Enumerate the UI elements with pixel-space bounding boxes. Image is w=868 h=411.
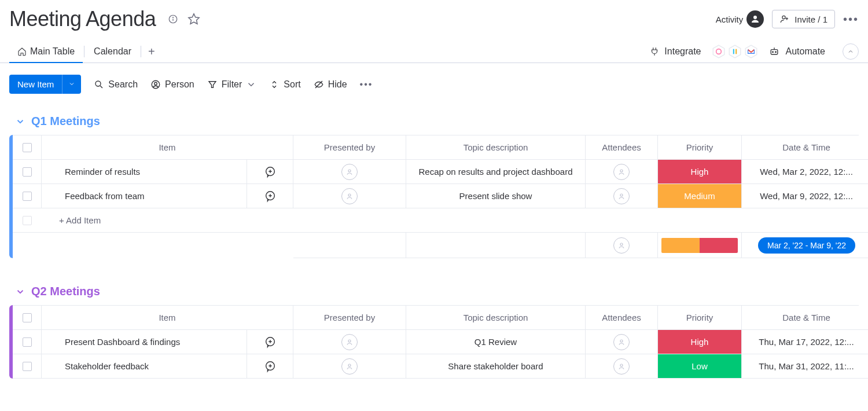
presented-by-cell[interactable]: [293, 354, 406, 379]
person-placeholder-icon: [613, 164, 630, 180]
integrate-label: Integrate: [664, 46, 701, 57]
topic-cell[interactable]: Share stakeholder board: [406, 354, 586, 379]
datetime-cell[interactable]: Wed, Mar 2, 2022, 12:...: [742, 160, 868, 184]
column-header-datetime[interactable]: Date & Time: [742, 306, 868, 330]
hide-icon: [314, 79, 324, 90]
svg-point-9: [716, 49, 721, 54]
more-tools-button[interactable]: •••: [360, 79, 373, 90]
attendees-cell[interactable]: [586, 330, 658, 354]
person-tool[interactable]: Person: [150, 79, 194, 90]
conversation-icon[interactable]: [263, 164, 278, 179]
search-tool[interactable]: Search: [94, 79, 138, 90]
svg-point-33: [620, 194, 623, 196]
column-header-presented-by[interactable]: Presented by: [293, 306, 406, 330]
column-header-item[interactable]: Item: [42, 135, 293, 160]
summary-date-range[interactable]: Mar 2, '22 - Mar 9, '22: [742, 233, 868, 258]
collapse-panel-button[interactable]: [843, 43, 859, 60]
new-item-dropdown[interactable]: [62, 75, 81, 94]
summary-presented-by: [293, 233, 406, 258]
tab-main-table[interactable]: Main Table: [9, 41, 83, 63]
checkbox-all[interactable]: [23, 143, 32, 152]
person-placeholder-icon: [613, 237, 630, 254]
priority-cell[interactable]: High: [658, 160, 742, 184]
column-header-topic[interactable]: Topic description: [406, 135, 586, 160]
automate-button[interactable]: Automate: [768, 46, 825, 57]
svg-point-16: [775, 52, 776, 53]
attendees-cell[interactable]: [586, 354, 658, 379]
presented-by-cell[interactable]: [293, 160, 406, 184]
checkbox-all[interactable]: [23, 313, 32, 322]
datetime-cell[interactable]: Wed, Mar 9, 2022, 12:...: [742, 184, 868, 208]
sort-tool[interactable]: Sort: [269, 79, 300, 90]
priority-cell[interactable]: Low: [658, 354, 742, 379]
svg-point-38: [348, 340, 351, 342]
item-name-cell[interactable]: Reminder of results: [42, 160, 247, 184]
person-label: Person: [165, 79, 194, 90]
item-name-cell[interactable]: Stakeholder feedback: [42, 354, 247, 379]
date-range-pill: Mar 2, '22 - Mar 9, '22: [758, 237, 855, 254]
checkbox-row[interactable]: [23, 192, 32, 201]
checkbox-add-row[interactable]: [23, 216, 32, 225]
attendees-cell[interactable]: [586, 184, 658, 208]
integrate-button[interactable]: Integrate: [649, 46, 701, 57]
presented-by-cell[interactable]: [293, 184, 406, 208]
hide-tool[interactable]: Hide: [314, 79, 347, 90]
presented-by-cell[interactable]: [293, 330, 406, 354]
svg-rect-14: [771, 50, 778, 54]
topic-cell[interactable]: Recap on results and project dashboard: [406, 160, 586, 184]
person-placeholder-icon: [341, 188, 358, 204]
column-header-datetime[interactable]: Date & Time: [742, 135, 868, 160]
item-name-cell[interactable]: Feedback from team: [42, 184, 247, 208]
tab-calendar[interactable]: Calendar: [86, 41, 139, 63]
svg-point-4: [753, 16, 757, 19]
star-icon[interactable]: [187, 12, 201, 26]
group-header-q2[interactable]: Q2 Meetings: [9, 274, 859, 305]
invite-button[interactable]: Invite / 1: [772, 10, 835, 28]
chevron-down-icon: [15, 116, 25, 127]
chevron-down-icon: [15, 287, 25, 297]
integration-icons: [711, 43, 759, 60]
info-icon[interactable]: [166, 12, 180, 26]
integration-icon-1: [711, 43, 727, 60]
search-label: Search: [108, 79, 138, 90]
activity-button[interactable]: Activity: [716, 10, 764, 28]
add-item-button[interactable]: + Add Item: [42, 208, 868, 233]
column-header-priority[interactable]: Priority: [658, 306, 742, 330]
svg-point-27: [348, 170, 351, 172]
column-header-attendees[interactable]: Attendees: [586, 135, 658, 160]
svg-point-18: [95, 81, 101, 86]
checkbox-row[interactable]: [23, 167, 32, 177]
conversation-icon[interactable]: [263, 335, 278, 350]
group-title: Q1 Meetings: [31, 115, 100, 128]
datetime-cell[interactable]: Thu, Mar 31, 2022, 11:...: [742, 354, 868, 379]
more-menu-icon[interactable]: •••: [843, 13, 859, 26]
attendees-cell[interactable]: [586, 160, 658, 184]
column-header-item[interactable]: Item: [42, 306, 293, 330]
new-item-button[interactable]: New Item: [9, 75, 81, 94]
topic-cell[interactable]: Q1 Review: [406, 330, 586, 354]
conversation-icon[interactable]: [263, 359, 278, 374]
search-icon: [94, 79, 104, 90]
priority-cell[interactable]: Medium: [658, 184, 742, 208]
invite-label: Invite / 1: [795, 14, 827, 24]
priority-cell[interactable]: High: [658, 330, 742, 354]
svg-marker-8: [713, 45, 724, 58]
datetime-cell[interactable]: Thu, Mar 17, 2022, 12:...: [742, 330, 868, 354]
checkbox-row[interactable]: [23, 362, 32, 371]
column-header-priority[interactable]: Priority: [658, 135, 742, 160]
group-header-q1[interactable]: Q1 Meetings: [9, 104, 859, 135]
svg-point-39: [620, 340, 623, 342]
tab-main-table-label: Main Table: [30, 46, 75, 57]
svg-point-2: [173, 17, 174, 18]
filter-tool[interactable]: Filter: [207, 79, 257, 90]
column-header-topic[interactable]: Topic description: [406, 306, 586, 330]
add-tab-button[interactable]: +: [142, 42, 161, 62]
conversation-icon[interactable]: [263, 189, 278, 204]
column-header-presented-by[interactable]: Presented by: [293, 135, 406, 160]
checkbox-row[interactable]: [23, 337, 32, 347]
item-name-cell[interactable]: Present Dashboard & findings: [42, 330, 247, 354]
topic-cell[interactable]: Present slide show: [406, 184, 586, 208]
chevron-down-icon: [246, 79, 256, 90]
automate-label: Automate: [786, 46, 825, 57]
column-header-attendees[interactable]: Attendees: [586, 306, 658, 330]
